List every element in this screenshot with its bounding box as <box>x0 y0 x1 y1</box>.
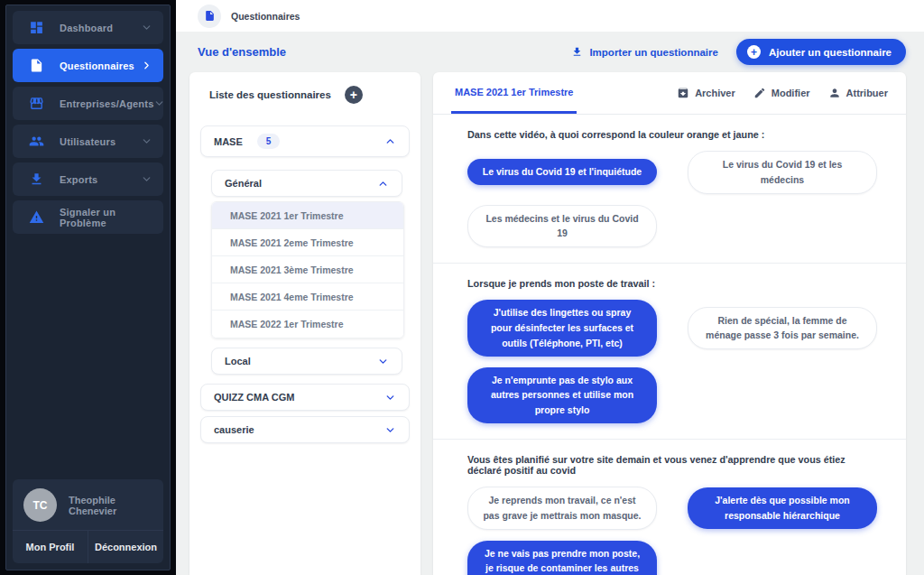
chevron-right-icon <box>141 60 152 71</box>
question-label: Vous êtes planifié sur votre site demain… <box>467 454 877 476</box>
header-actions: Importer un questionnaire + Ajouter un q… <box>571 39 906 65</box>
accordion-label: Général <box>225 178 262 189</box>
edit-button[interactable]: Modifier <box>753 87 810 99</box>
chevron-down-icon <box>384 392 396 403</box>
sidebar-item-label: Questionnaires <box>60 60 134 71</box>
import-questionnaire-link[interactable]: Importer un questionnaire <box>571 46 718 58</box>
warning-icon <box>29 209 44 225</box>
download-icon <box>571 46 583 58</box>
sidebar-item-label: Utilisateurs <box>60 136 116 147</box>
answer-pill-selected[interactable]: Je ne vais pas prendre mon poste, je ris… <box>467 541 657 575</box>
action-label: Archiver <box>695 88 735 98</box>
sidebar-item-label: Exports <box>60 174 97 185</box>
questionnaire-detail-panel: MASE 2021 1er Trimestre Archiver Modifie… <box>433 72 906 575</box>
sidebar-item-utilisateurs[interactable]: Utilisateurs <box>13 125 163 158</box>
users-icon <box>29 134 44 149</box>
list-item[interactable]: MASE 2021 4eme Trimestre <box>212 283 403 311</box>
add-questionnaire-button[interactable]: + Ajouter un questionnaire <box>736 39 906 65</box>
answers-grid: Je reprends mon travail, ce n'est pas gr… <box>467 487 877 575</box>
assign-button[interactable]: Attribuer <box>828 87 888 99</box>
answer-pill-selected[interactable]: J'utilise des lingettes ou spray pour dé… <box>467 300 657 356</box>
question-label: Lorsque je prends mon poste de travail : <box>467 278 877 289</box>
sidebar-panel: Dashboard Questionnaires Entreprises/A <box>5 5 171 570</box>
accordion-label: Local <box>225 356 251 366</box>
pencil-icon <box>753 87 766 99</box>
answer-pill-selected[interactable]: J'alerte dès que possible mon responsabl… <box>688 487 877 529</box>
logout-button[interactable]: Déconnexion <box>88 531 163 563</box>
sidebar-nav: Dashboard Questionnaires Entreprises/A <box>6 5 170 234</box>
page-header: Vue d'ensemble Importer un questionnaire… <box>176 32 924 72</box>
archive-icon <box>677 87 689 99</box>
sidebar-item-entreprises-agents[interactable]: Entreprises/Agents <box>13 87 163 120</box>
list-panel-header: Liste des questionnaires + <box>189 72 420 107</box>
chevron-down-icon <box>153 97 165 109</box>
question-block: Dans cette vidéo, à quoi correspond la c… <box>433 115 906 247</box>
user-card: TC Theophile Chenevier Mon Profil Déconn… <box>13 479 163 563</box>
list-panel-body: MASE 5 Général MASE 2021 1er Trimestre M… <box>189 107 420 575</box>
chevron-down-icon <box>141 173 152 185</box>
tab-mase-2021-1er-trimestre[interactable]: MASE 2021 1er Trimestre <box>451 72 577 114</box>
accordion-quizz-cma-cgm[interactable]: QUIZZ CMA CGM <box>200 384 410 411</box>
spacer <box>200 375 410 384</box>
archive-button[interactable]: Archiver <box>677 87 735 99</box>
add-category-button[interactable]: + <box>345 86 363 104</box>
answer-pill[interactable]: Les médecins et le virus du Covid 19 <box>467 205 657 248</box>
accordion-label: QUIZZ CMA CGM <box>214 392 294 403</box>
question-block: Lorsque je prends mon poste de travail :… <box>433 264 906 423</box>
user-name: Theophile Chenevier <box>69 495 152 516</box>
profile-button[interactable]: Mon Profil <box>13 531 88 563</box>
spacer <box>200 157 410 170</box>
sidebar-spacer <box>6 234 170 473</box>
chevron-up-icon <box>377 178 389 190</box>
avatar: TC <box>23 488 57 522</box>
plus-circle-icon: + <box>747 45 761 59</box>
answer-pill[interactable]: Rien de spécial, la femme de ménage pass… <box>688 307 877 350</box>
count-badge: 5 <box>257 134 281 149</box>
breadcrumb[interactable]: Questionnaires <box>231 11 300 22</box>
sidebar-item-exports[interactable]: Exports <box>13 162 163 196</box>
user-row: TC Theophile Chenevier <box>13 479 163 530</box>
detail-tabbar: MASE 2021 1er Trimestre Archiver Modifie… <box>433 72 906 115</box>
page-title: Vue d'ensemble <box>198 45 286 59</box>
question-label: Dans cette vidéo, à quoi correspond la c… <box>467 129 877 140</box>
breadcrumb-document-icon[interactable] <box>198 5 221 28</box>
answers-grid: Le virus du Covid 19 et l'inquiétude Le … <box>467 151 877 247</box>
topbar: Questionnaires <box>176 0 924 32</box>
sidebar-item-questionnaires[interactable]: Questionnaires <box>13 49 163 82</box>
answer-pill-selected[interactable]: Le virus du Covid 19 et l'inquiétude <box>467 159 657 185</box>
accordion-causerie[interactable]: causerie <box>200 416 410 443</box>
action-label: Attribuer <box>846 88 888 98</box>
answer-pill[interactable]: Le virus du Covid 19 et les médecins <box>688 151 877 194</box>
person-icon <box>828 87 841 99</box>
list-item[interactable]: MASE 2022 1er Trimestre <box>212 311 403 338</box>
list-item[interactable]: MASE 2021 3ème Trimestre <box>212 256 403 283</box>
list-item[interactable]: MASE 2021 1er Trimestre <box>212 202 403 229</box>
sidebar-item-label: Signaler un Problème <box>60 207 152 228</box>
answers-grid: J'utilise des lingettes ou spray pour dé… <box>467 300 877 423</box>
list-panel-title: Liste des questionnaires <box>209 89 331 100</box>
question-block: Vous êtes planifié sur votre site demain… <box>433 440 906 575</box>
add-button-label: Ajouter un questionnaire <box>769 47 892 58</box>
document-icon <box>29 58 44 73</box>
list-item[interactable]: MASE 2021 2eme Trimestre <box>212 229 403 256</box>
sidebar-item-label: Dashboard <box>60 23 113 33</box>
detail-actions: Archiver Modifier Attribuer <box>677 72 888 114</box>
answer-pill-selected[interactable]: Je n'emprunte pas de stylo aux autres pe… <box>467 367 657 423</box>
sidebar-item-label: Entreprises/Agents <box>60 98 153 109</box>
accordion-label: MASE <box>214 136 243 147</box>
accordion-local[interactable]: Local <box>211 348 402 375</box>
sidebar-item-signaler-probleme[interactable]: Signaler un Problème <box>13 200 163 234</box>
sidebar-item-dashboard[interactable]: Dashboard <box>13 11 163 44</box>
questionnaire-list-panel: Liste des questionnaires + MASE 5 Généra… <box>189 72 420 575</box>
chevron-down-icon <box>384 424 396 436</box>
accordion-label: causerie <box>214 424 254 435</box>
accordion-general[interactable]: Général <box>211 170 402 197</box>
accordion-mase[interactable]: MASE 5 <box>200 125 410 157</box>
action-label: Modifier <box>772 88 810 98</box>
main-area: Questionnaires Vue d'ensemble Importer u… <box>176 0 924 575</box>
sidebar: Dashboard Questionnaires Entreprises/A <box>0 0 176 575</box>
answer-pill[interactable]: Je reprends mon travail, ce n'est pas gr… <box>467 487 657 530</box>
download-icon <box>29 172 44 187</box>
chevron-up-icon <box>384 135 396 147</box>
chevron-down-icon <box>377 356 389 367</box>
